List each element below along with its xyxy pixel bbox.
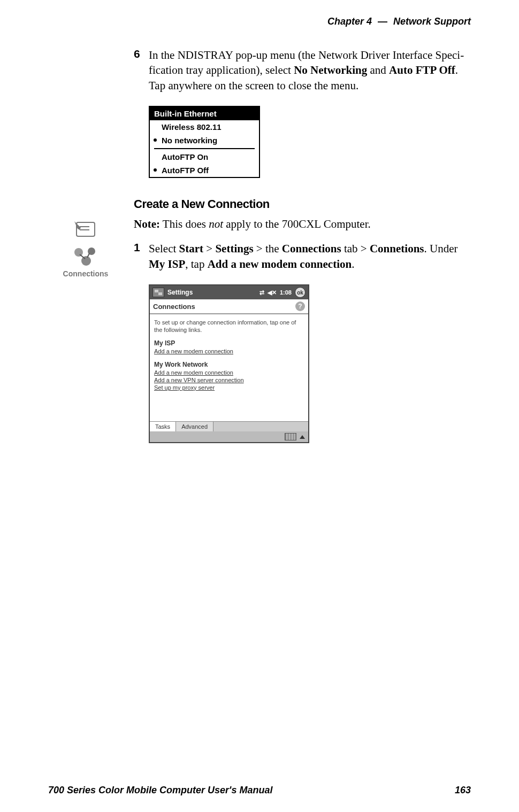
footer-page-number: 163 [455,785,471,796]
work-add-modem-link: Add a new modem connection [154,369,304,376]
ok-button: ok [295,287,306,298]
running-header: Chapter 4 — Network Support [48,16,471,27]
device-screen-title: Connections [153,303,195,311]
help-icon: ? [295,301,305,311]
section-heading: Create a New Connection [134,197,471,211]
ndistray-menu: Built-in Ethernet Wireless 802.11 No net… [149,106,260,178]
step-number: 6 [134,48,149,93]
step-number: 1 [134,241,149,272]
running-footer: 700 Series Color Mobile Computer User's … [48,785,471,796]
chapter-number: Chapter 4 [327,16,372,27]
chapter-title: Network Support [393,16,471,27]
device-hint: To set up or change connection informati… [154,319,304,334]
clock-time: 1:08 [280,289,292,296]
pencil-note-icon [73,219,98,239]
isp-add-modem-link: Add a new modem connection [154,348,304,354]
tab-tasks: Tasks [150,422,176,431]
menu-item-wireless: Wireless 802.11 [150,120,259,134]
device-bottombar [150,431,308,442]
start-flag-icon [152,288,164,297]
menu-title: Built-in Ethernet [150,107,259,120]
header-separator: — [378,16,387,27]
menu-item-autoftp-on: AutoFTP On [150,150,259,164]
menu-item-no-networking: No networking [150,134,259,147]
topbar-title: Settings [167,289,193,296]
speaker-icon: ◀✕ [268,289,277,296]
step-1: 1 Select Start > Settings > the Connecti… [134,241,471,272]
keyboard-icon [285,433,296,440]
menu-item-autoftp-off: AutoFTP Off [150,164,259,177]
footer-manual-title: 700 Series Color Mobile Computer User's … [48,785,272,796]
my-work-label: My Work Network [154,361,304,368]
page: Chapter 4 — Network Support 6 In the NDI… [0,0,519,812]
step-text: In the NDISTRAY pop-up menu (the Network… [149,48,471,93]
tab-advanced: Advanced [176,422,213,431]
work-add-vpn-link: Add a new VPN server connection [154,377,304,383]
connections-icon [72,246,99,267]
step-6: 6 In the NDISTRAY pop-up menu (the Netwo… [134,48,471,93]
note: Note: This does not apply to the 700CXL … [134,216,471,231]
work-proxy-link: Set up my proxy server [154,384,304,391]
my-isp-label: My ISP [154,339,304,347]
device-body: To set up or change connection informati… [150,314,308,421]
device-tabs: Tasks Advanced [150,421,308,431]
device-topbar: Settings ⇄ ◀✕ 1:08 ok [150,285,308,299]
main-column: 6 In the NDISTRAY pop-up menu (the Netwo… [134,48,471,443]
signal-icon: ⇄ [260,289,264,296]
device-screenshot: Settings ⇄ ◀✕ 1:08 ok Connections ? To s… [149,284,309,443]
arrow-up-icon [300,435,305,439]
step-text: Select Start > Settings > the Connection… [149,241,471,272]
connections-icon-block: Connections [54,246,118,278]
note-icon [54,219,118,242]
menu-divider [154,148,255,149]
connections-icon-label: Connections [54,269,118,278]
device-screen-title-row: Connections ? [150,299,308,314]
note-label: Note: [134,218,160,230]
